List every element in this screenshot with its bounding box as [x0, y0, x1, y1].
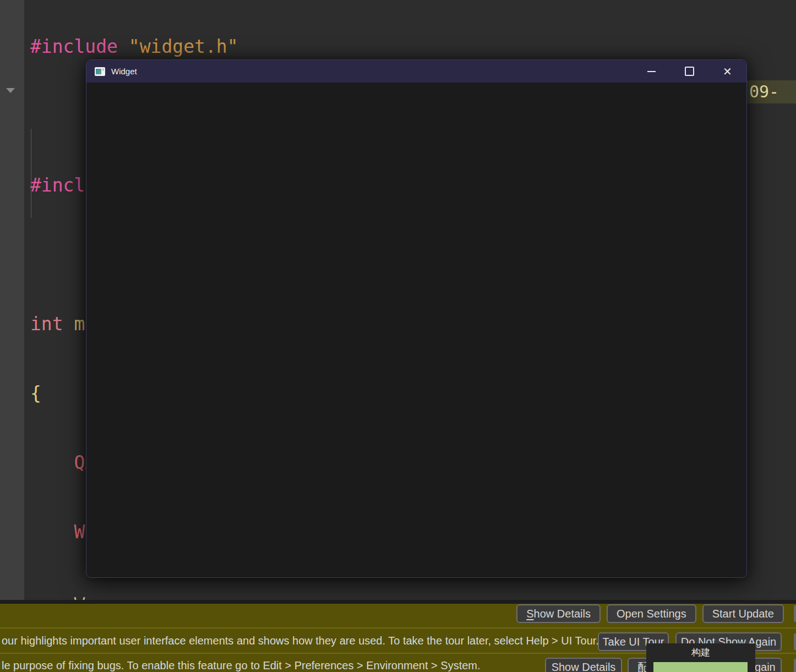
build-progress-bar	[653, 662, 748, 672]
window-title: Widget	[111, 67, 633, 76]
widget-titlebar[interactable]: Widget ✕	[86, 60, 746, 83]
code-line: #include "widget.h"	[30, 35, 282, 58]
int-keyword: int	[30, 313, 63, 335]
editor-bottom-edge	[0, 600, 796, 604]
qt-creator-screen: #include "widget.h" #include <QApplicati…	[0, 0, 796, 672]
widget-app-icon	[95, 67, 105, 76]
ui-tour-message: our highlights important user interface …	[2, 635, 599, 647]
include-header-string: "widget.h"	[129, 36, 238, 57]
infobar-close-button[interactable]	[794, 633, 796, 650]
window-controls: ✕	[633, 60, 746, 83]
crash-report-message: le purpose of fixing bugs. To enable thi…	[2, 659, 481, 672]
code-fold-arrow-icon[interactable]	[6, 88, 15, 93]
include-keyword: #include	[30, 36, 118, 57]
maximize-icon	[685, 67, 694, 76]
close-icon: ✕	[723, 66, 732, 77]
open-settings-button[interactable]: Open Settings	[607, 604, 696, 623]
build-popup-title: 构建	[646, 646, 755, 659]
build-progress-popup: 构建	[646, 643, 755, 672]
open-brace: {	[30, 383, 41, 404]
start-update-button[interactable]: Start Update	[702, 604, 784, 623]
show-details-button[interactable]: Show Details	[516, 604, 601, 623]
infobar-close-button[interactable]	[794, 659, 796, 672]
minimize-button[interactable]	[633, 60, 670, 83]
widget-app-window[interactable]: Widget ✕	[86, 59, 747, 578]
infobar-close-button[interactable]	[794, 605, 796, 622]
editor-inline-annotation: 09-25	[747, 80, 796, 103]
close-button[interactable]: ✕	[708, 60, 746, 83]
update-infobar: Show Details Open Settings Start Update	[0, 604, 796, 627]
maximize-button[interactable]	[670, 60, 708, 83]
minimize-icon	[647, 71, 656, 72]
show-details-button[interactable]: Show Details	[545, 658, 622, 672]
